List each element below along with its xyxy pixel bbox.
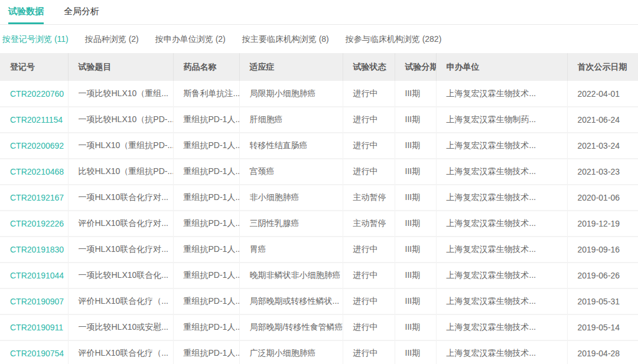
trial-title-cell: 一项HLX10联合化疗对... <box>68 237 173 263</box>
indication-cell: 肝细胞癌 <box>239 107 343 133</box>
table-row: CTR20192226 评价HLX10联合化疗对... 重组抗PD-1人... … <box>0 211 638 237</box>
table-row: CTR20192167 一项HLX10联合化疗对... 重组抗PD-1人... … <box>0 185 638 211</box>
filter-by-main-clinical-institution[interactable]: 按主要临床机构浏览 (8) <box>242 34 329 45</box>
drug-name-cell: 重组抗PD-1人... <box>173 107 239 133</box>
trial-phase-cell: III期 <box>395 263 436 288</box>
filter-by-variety[interactable]: 按品种浏览 (2) <box>85 34 139 45</box>
registration-number-cell: CTR20191830 <box>0 237 68 263</box>
drug-name-cell: 重组抗PD-1人... <box>173 211 239 237</box>
registration-number-link[interactable]: CTR20190754 <box>10 349 64 358</box>
trial-status-cell: 进行中 <box>343 133 395 159</box>
col-header-trial-phase: 试验分期 <box>395 53 436 81</box>
registration-number-cell: CTR20190911 <box>0 314 68 340</box>
trial-phase-cell: III期 <box>395 340 436 364</box>
registration-number-link[interactable]: CTR20192226 <box>10 219 64 228</box>
table-row: CTR20211154 一项比较HLX10（抗PD-... 重组抗PD-1人..… <box>0 107 638 133</box>
registration-number-link[interactable]: CTR20210468 <box>10 167 64 176</box>
registration-number-cell: CTR20220760 <box>0 81 68 107</box>
registration-number-link[interactable]: CTR20192167 <box>10 193 64 202</box>
sponsor-cell: 上海复宏汉霖生物技术... <box>436 340 567 364</box>
trial-title-cell: 一项比较HLX10或安慰... <box>68 314 173 340</box>
sponsor-cell: 上海复宏汉霖生物技术... <box>436 288 567 314</box>
registration-number-cell: CTR20192167 <box>0 185 68 211</box>
sponsor-cell: 上海复宏汉霖生物技术... <box>436 159 567 185</box>
trial-phase-cell: III期 <box>395 159 436 185</box>
indication-cell: 胃癌 <box>239 237 343 263</box>
tab-trial-data[interactable]: 试验数据 <box>8 6 44 24</box>
registration-number-link[interactable]: CTR20190911 <box>10 323 63 332</box>
first-publicity-date-cell: 2019-09-16 <box>567 237 638 263</box>
first-publicity-date-cell: 2019-05-14 <box>567 314 638 340</box>
registration-number-link[interactable]: CTR20200692 <box>10 141 64 150</box>
registration-number-link[interactable]: CTR20211154 <box>10 115 63 124</box>
drug-name-cell: 重组抗PD-1人... <box>173 159 239 185</box>
sponsor-cell: 上海复宏汉霖生物技术... <box>436 133 567 159</box>
table-body: CTR20220760 一项比较HLX10（重组... 斯鲁利单抗注... 局限… <box>0 81 638 364</box>
sponsor-cell: 上海复宏汉霖生物技术... <box>436 81 567 107</box>
col-header-registration-number: 登记号 <box>0 53 68 81</box>
first-publicity-date-cell: 2019-06-26 <box>567 263 638 288</box>
indication-cell: 局部晚期或转移性鳞状... <box>239 288 343 314</box>
col-header-trial-title: 试验题目 <box>68 53 173 81</box>
sponsor-cell: 上海复宏汉霖生物技术... <box>436 185 567 211</box>
trial-phase-cell: III期 <box>395 314 436 340</box>
registration-number-link[interactable]: CTR20190907 <box>10 297 64 306</box>
first-publicity-date-cell: 2021-03-23 <box>567 159 638 185</box>
registration-number-cell: CTR20191044 <box>0 263 68 288</box>
trial-title-cell: 一项HLX10（重组抗PD-... <box>68 133 173 159</box>
trial-status-cell: 进行中 <box>343 81 395 107</box>
trial-title-cell: 一项比较HLX10（抗PD-... <box>68 107 173 133</box>
registration-number-cell: CTR20210468 <box>0 159 68 185</box>
filter-by-sponsor[interactable]: 按申办单位浏览 (2) <box>155 34 226 45</box>
first-publicity-date-cell: 2020-01-06 <box>567 185 638 211</box>
drug-name-cell: 重组抗PD-1人... <box>173 133 239 159</box>
col-header-indication: 适应症 <box>239 53 343 81</box>
registration-number-cell: CTR20211154 <box>0 107 68 133</box>
trial-phase-cell: III期 <box>395 211 436 237</box>
table-row: CTR20210468 比较HLX10（重组抗PD-... 重组抗PD-1人..… <box>0 159 638 185</box>
drug-name-cell: 重组抗PD-1人... <box>173 185 239 211</box>
first-publicity-date-cell: 2022-04-01 <box>567 81 638 107</box>
registration-number-cell: CTR20190907 <box>0 288 68 314</box>
sponsor-cell: 上海复宏汉霖生物技术... <box>436 237 567 263</box>
first-publicity-date-cell: 2019-05-31 <box>567 288 638 314</box>
indication-cell: 三阴性乳腺癌 <box>239 211 343 237</box>
indication-cell: 广泛期小细胞肺癌 <box>239 340 343 364</box>
filter-by-participating-clinical-institution[interactable]: 按参与临床机构浏览 (282) <box>346 34 442 45</box>
col-header-sponsor: 申办单位 <box>436 53 567 81</box>
indication-cell: 非小细胞肺癌 <box>239 185 343 211</box>
registration-number-cell: CTR20200692 <box>0 133 68 159</box>
indication-cell: 晚期非鳞状非小细胞肺癌 <box>239 263 343 288</box>
registration-number-link[interactable]: CTR20191044 <box>10 271 64 280</box>
col-header-trial-status: 试验状态 <box>343 53 395 81</box>
drug-name-cell: 斯鲁利单抗注... <box>173 81 239 107</box>
tab-global-analysis[interactable]: 全局分析 <box>64 6 99 24</box>
drug-name-cell: 重组抗PD-1人... <box>173 263 239 288</box>
trial-title-cell: 一项比较HLX10联合化... <box>68 263 173 288</box>
indication-cell: 局限期小细胞肺癌 <box>239 81 343 107</box>
table-row: CTR20220760 一项比较HLX10（重组... 斯鲁利单抗注... 局限… <box>0 81 638 107</box>
table-row: CTR20191830 一项HLX10联合化疗对... 重组抗PD-1人... … <box>0 237 638 263</box>
sponsor-cell: 上海复宏汉霖生物制药... <box>436 107 567 133</box>
trial-phase-cell: III期 <box>395 81 436 107</box>
clinical-trials-page: 试验数据 全局分析 按登记号浏览 (11) 按品种浏览 (2) 按申办单位浏览 … <box>0 0 638 364</box>
trial-status-cell: 进行中 <box>343 159 395 185</box>
trial-phase-cell: III期 <box>395 185 436 211</box>
trial-phase-cell: III期 <box>395 133 436 159</box>
first-publicity-date-cell: 2021-03-24 <box>567 133 638 159</box>
filter-by-registration-number[interactable]: 按登记号浏览 (11) <box>2 34 69 45</box>
trial-status-cell: 进行中 <box>343 340 395 364</box>
registration-number-link[interactable]: CTR20191830 <box>10 245 64 254</box>
trial-status-cell: 进行中 <box>343 263 395 288</box>
trial-title-cell: 评价HLX10联合化疗对... <box>68 211 173 237</box>
registration-number-cell: CTR20192226 <box>0 211 68 237</box>
sponsor-cell: 上海复宏汉霖生物技术... <box>436 263 567 288</box>
indication-cell: 宫颈癌 <box>239 159 343 185</box>
drug-name-cell: 重组抗PD-1人... <box>173 314 239 340</box>
trial-status-cell: 主动暂停 <box>343 211 395 237</box>
trial-title-cell: 一项HLX10联合化疗对... <box>68 185 173 211</box>
registration-number-link[interactable]: CTR20220760 <box>10 89 64 99</box>
table-row: CTR20190754 评价HLX10联合化疗（... 重组抗PD-1人... … <box>0 340 638 364</box>
first-publicity-date-cell: 2019-04-28 <box>567 340 638 364</box>
trial-title-cell: 比较HLX10（重组抗PD-... <box>68 159 173 185</box>
